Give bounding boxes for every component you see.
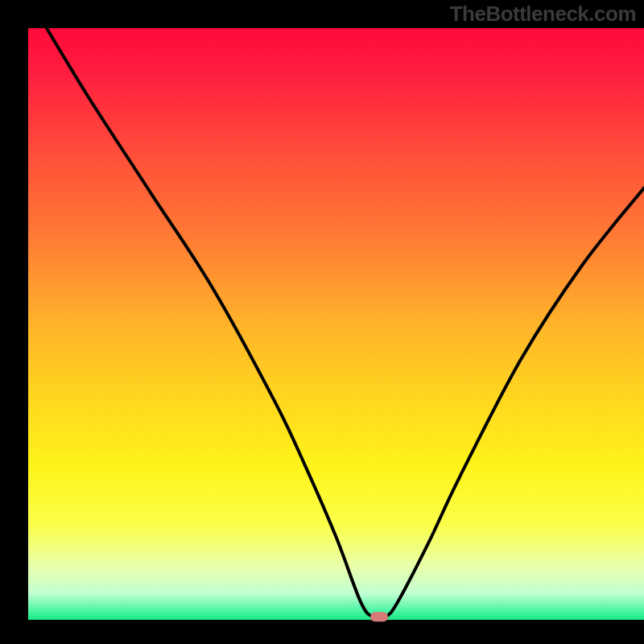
optimum-marker (370, 612, 388, 621)
watermark-text: TheBottleneck.com (450, 2, 636, 27)
bottleneck-chart: TheBottleneck.com (0, 0, 644, 644)
plot-area (28, 28, 644, 620)
chart-canvas (0, 0, 644, 644)
